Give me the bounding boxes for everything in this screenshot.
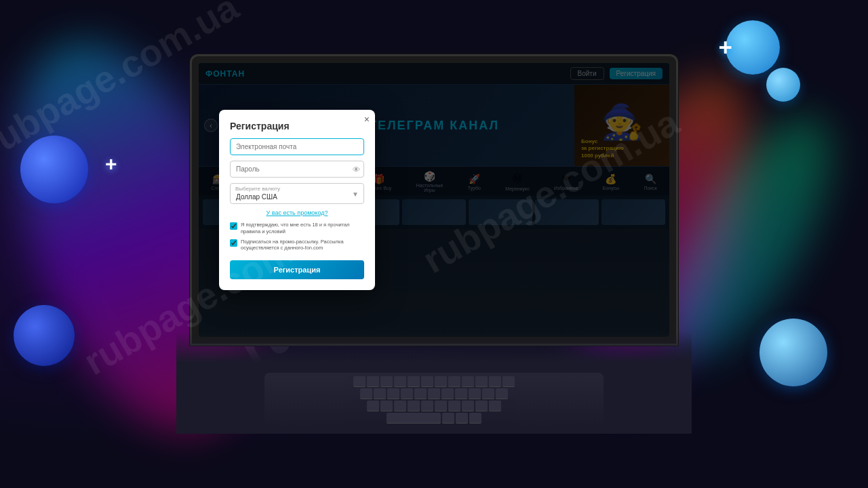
key bbox=[374, 388, 386, 399]
laptop: ФОНТАН Войти Регистрация телеграм канал … bbox=[180, 54, 688, 434]
key bbox=[394, 376, 406, 387]
key bbox=[455, 388, 467, 399]
key bbox=[380, 401, 393, 411]
password-input-group: 👁 bbox=[230, 161, 364, 178]
key bbox=[360, 388, 372, 399]
laptop-screen-bezel: ФОНТАН Войти Регистрация телеграм канал … bbox=[190, 54, 678, 346]
key bbox=[367, 376, 379, 387]
key bbox=[469, 413, 481, 424]
checkbox-row-2: Подписаться на промо-рассылку. Рассылка … bbox=[230, 239, 364, 252]
site-background: ФОНТАН Войти Регистрация телеграм канал … bbox=[199, 63, 669, 337]
promo-subscribe-label: Подписаться на промо-рассылку. Рассылка … bbox=[241, 239, 364, 252]
key bbox=[435, 401, 447, 411]
hands-area bbox=[176, 332, 692, 434]
hands-background bbox=[176, 332, 692, 434]
deco-ball-left-big bbox=[20, 136, 88, 203]
key bbox=[462, 376, 474, 387]
password-input[interactable] bbox=[230, 161, 364, 178]
terms-checkbox[interactable] bbox=[230, 222, 237, 230]
key bbox=[387, 388, 399, 399]
deco-ball-left-bottom bbox=[14, 305, 75, 366]
key bbox=[394, 401, 406, 411]
key bbox=[380, 376, 393, 387]
plus-icon-left: + bbox=[105, 152, 117, 176]
key bbox=[408, 376, 420, 387]
key bbox=[435, 376, 447, 387]
key bbox=[442, 413, 454, 424]
modal-title: Регистрация bbox=[230, 121, 364, 131]
key bbox=[421, 401, 433, 411]
deco-ball-top-right-small bbox=[766, 68, 800, 102]
registration-modal: × Регистрация 👁 Выберите валюту bbox=[219, 110, 375, 290]
register-submit-button[interactable]: Регистрация bbox=[230, 260, 364, 279]
space-key bbox=[387, 413, 441, 424]
key bbox=[475, 401, 488, 411]
promo-subscribe-checkbox[interactable] bbox=[230, 239, 237, 247]
key bbox=[441, 388, 454, 399]
promo-link[interactable]: У вас есть промокод? bbox=[230, 209, 364, 216]
laptop-screen: ФОНТАН Войти Регистрация телеграм канал … bbox=[199, 63, 669, 337]
currency-select-group: Выберите валюту Доллар США Евро Рубль Гр… bbox=[230, 183, 364, 204]
key bbox=[408, 401, 420, 411]
key bbox=[448, 376, 460, 387]
modal-overlay: × Регистрация 👁 Выберите валюту bbox=[199, 63, 669, 337]
key bbox=[462, 401, 474, 411]
deco-ball-bottom-right bbox=[760, 319, 827, 386]
key bbox=[502, 376, 515, 387]
plus-icon-top-right: + bbox=[719, 34, 732, 61]
checkbox-row-1: Я подтверждаю, что мне есть 18 и я прочи… bbox=[230, 222, 364, 235]
email-input[interactable] bbox=[230, 138, 364, 155]
key bbox=[469, 388, 481, 399]
key bbox=[448, 401, 460, 411]
currency-label: Выберите валюту bbox=[235, 186, 280, 192]
key bbox=[428, 388, 440, 399]
key bbox=[353, 376, 366, 387]
terms-label: Я подтверждаю, что мне есть 18 и я прочи… bbox=[241, 222, 364, 235]
key bbox=[367, 401, 379, 411]
key bbox=[414, 388, 427, 399]
key bbox=[475, 376, 488, 387]
email-input-group bbox=[230, 138, 364, 155]
deco-ball-top-right-big bbox=[726, 20, 780, 75]
eye-toggle-icon[interactable]: 👁 bbox=[353, 165, 360, 174]
modal-close-button[interactable]: × bbox=[364, 114, 370, 125]
key bbox=[482, 388, 494, 399]
key bbox=[496, 388, 508, 399]
key bbox=[489, 401, 501, 411]
key bbox=[401, 388, 413, 399]
key bbox=[489, 376, 501, 387]
keyboard-visual bbox=[264, 373, 604, 427]
key bbox=[421, 376, 433, 387]
key bbox=[456, 413, 468, 424]
